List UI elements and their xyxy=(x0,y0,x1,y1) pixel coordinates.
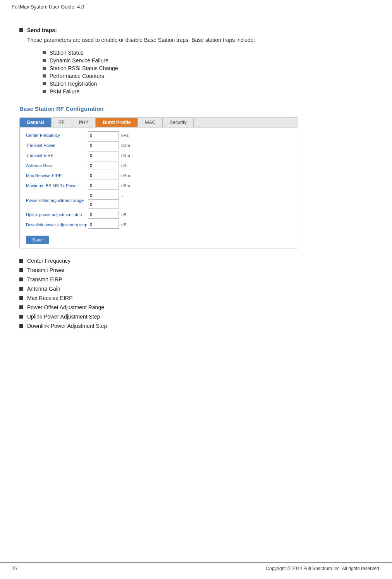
rf-label-downlink: Downlink power adjustment step xyxy=(26,222,88,227)
rf-input-antenna-gain[interactable] xyxy=(88,162,119,169)
rf-input-power-offset-1[interactable] xyxy=(88,192,119,200)
rf-input-pair-power-offset: - xyxy=(88,192,123,209)
rf-input-center-freq[interactable] xyxy=(88,131,119,139)
rf-input-downlink[interactable] xyxy=(88,221,119,229)
list-item: PKM Failure xyxy=(43,88,373,95)
rf-label-max-bs-ms: Maximum BS MS Tx Power xyxy=(26,183,88,188)
rf-config-heading: Base Station RF Configuration xyxy=(19,105,373,112)
list-item: Performance Counters xyxy=(43,73,373,79)
bullet-icon xyxy=(19,277,23,281)
sub-bullet-label: Performance Counters xyxy=(50,73,104,79)
send-traps-description: These parameters are used to enable or d… xyxy=(27,36,373,44)
sub-bullet-icon xyxy=(43,82,46,85)
rf-input-transmit-power[interactable] xyxy=(88,141,119,149)
rf-label-max-receive-eirp: Max Receive EIRP xyxy=(26,173,88,178)
rf-unit-max-receive-eirp: dBm xyxy=(121,173,130,178)
footer-copyright: Copyright © 2014 Full Spectrum Inc. All … xyxy=(266,566,380,571)
tab-security[interactable]: Security xyxy=(163,118,194,127)
bullet-label: Transmit EIRP xyxy=(27,276,62,283)
sub-bullet-label: Station Registration xyxy=(50,81,97,87)
list-item: Center Frequency xyxy=(19,258,373,264)
send-traps-block: Send traps: These parameters are used to… xyxy=(19,27,373,95)
rf-field-transmit-power: Transmit Power dBm xyxy=(26,141,292,149)
bullet-label: Transmit Power xyxy=(27,267,65,273)
footer-page-number: 25 xyxy=(12,566,17,571)
sub-bullet-icon xyxy=(43,74,46,78)
tab-general[interactable]: General xyxy=(20,118,52,127)
rf-field-max-bs-ms-tx-power: Maximum BS MS Tx Power dBm xyxy=(26,182,292,190)
rf-config-panel: General RF PHY Burst Profile MAC Securit… xyxy=(19,117,298,248)
list-item: Uplink Power Adjustment Step xyxy=(19,314,373,320)
bullet-icon xyxy=(19,287,23,291)
rf-field-max-receive-eirp: Max Receive EIRP dBm xyxy=(26,172,292,179)
page-header: FullMax System User Guide: 4.0 xyxy=(0,0,392,12)
rf-unit-transmit-power: dBm xyxy=(121,143,130,148)
sub-bullet-label: Station Status xyxy=(50,50,83,56)
rf-label-power-offset: Power offset adjustment range xyxy=(26,198,88,203)
list-item: Station RSSI Status Change xyxy=(43,65,373,71)
sub-bullet-label: Dynamic Service Failure xyxy=(50,57,108,64)
rf-input-transmit-eirp[interactable] xyxy=(88,152,119,159)
rf-field-antenna-gain: Antenna Gain dBi xyxy=(26,162,292,169)
list-item: Transmit EIRP xyxy=(19,276,373,283)
sub-bullet-icon xyxy=(43,67,46,70)
rf-tabs-bar: General RF PHY Burst Profile MAC Securit… xyxy=(20,118,298,128)
sub-bullet-icon xyxy=(43,90,46,93)
sub-bullet-icon xyxy=(43,59,46,62)
list-item: Station Status xyxy=(43,50,373,56)
rf-unit-downlink: dB xyxy=(121,222,126,227)
send-traps-label: Send traps: xyxy=(27,27,57,33)
rf-field-uplink: Uplink power adjustment step dB xyxy=(26,211,292,219)
sub-bullet-label: Station RSSI Status Change xyxy=(50,65,118,71)
bullet-icon xyxy=(19,315,23,319)
rf-input-max-bs-ms[interactable] xyxy=(88,182,119,190)
rf-field-transmit-eirp: Transmit EIRP dBm xyxy=(26,152,292,159)
bullet-label: Antenna Gain xyxy=(27,286,60,292)
bullet-icon xyxy=(19,259,23,263)
rf-unit-center-freq: kHz xyxy=(121,133,129,138)
rf-unit-uplink: dB xyxy=(121,212,126,217)
list-item: Transmit Power xyxy=(19,267,373,273)
bullet-label: Power Offset Adjustment Range xyxy=(27,304,104,310)
rf-label-antenna-gain: Antenna Gain xyxy=(26,163,88,168)
list-item: Station Registration xyxy=(43,81,373,87)
bullet-label: Max Receive EIRP xyxy=(27,295,72,301)
tab-burst-profile[interactable]: Burst Profile xyxy=(96,118,138,127)
bullet-label: Center Frequency xyxy=(27,258,70,264)
rf-input-uplink[interactable] xyxy=(88,211,119,219)
rf-save-row: Save xyxy=(26,233,292,244)
rf-label-center-freq: Center Frequency xyxy=(26,133,88,138)
bullet-icon xyxy=(19,28,23,32)
tab-mac[interactable]: MAC xyxy=(138,118,163,127)
rf-field-center-frequency: Center Frequency kHz xyxy=(26,131,292,139)
rf-field-power-offset: Power offset adjustment range - xyxy=(26,192,292,209)
sub-bullet-icon xyxy=(43,51,46,54)
rf-input-power-offset-2[interactable] xyxy=(88,201,119,209)
list-item: Downlink Power Adjustment Step xyxy=(19,323,373,329)
list-item: Power Offset Adjustment Range xyxy=(19,304,373,310)
list-item: Dynamic Service Failure xyxy=(43,57,373,64)
bullet-label: Downlink Power Adjustment Step xyxy=(27,323,107,329)
tab-rf[interactable]: RF xyxy=(52,118,72,127)
list-item: Antenna Gain xyxy=(19,286,373,292)
send-traps-header: Send traps: xyxy=(19,27,373,33)
bullet-label: Uplink Power Adjustment Step xyxy=(27,314,100,320)
bullet-icon xyxy=(19,305,23,309)
rf-input-max-receive-eirp[interactable] xyxy=(88,172,119,179)
sub-bullet-label: PKM Failure xyxy=(50,88,79,95)
main-content: Send traps: These parameters are used to… xyxy=(0,12,392,355)
page-footer: 25 Copyright © 2014 Full Spectrum Inc. A… xyxy=(0,562,392,571)
sub-bullets-list: Station Status Dynamic Service Failure S… xyxy=(43,50,373,95)
save-button[interactable]: Save xyxy=(26,236,49,244)
rf-unit-dash: - xyxy=(121,193,123,198)
rf-body: Center Frequency kHz Transmit Power dBm … xyxy=(20,128,298,248)
list-item: Max Receive EIRP xyxy=(19,295,373,301)
bullet-icon xyxy=(19,324,23,328)
bullet-icon xyxy=(19,268,23,272)
rf-field-downlink: Downlink power adjustment step dB xyxy=(26,221,292,229)
bullet-icon xyxy=(19,296,23,300)
rf-unit-max-bs-ms: dBm xyxy=(121,183,130,188)
tab-phy[interactable]: PHY xyxy=(72,118,96,127)
rf-label-uplink: Uplink power adjustment step xyxy=(26,212,88,217)
lower-bullets-section: Center Frequency Transmit Power Transmit… xyxy=(19,258,373,329)
